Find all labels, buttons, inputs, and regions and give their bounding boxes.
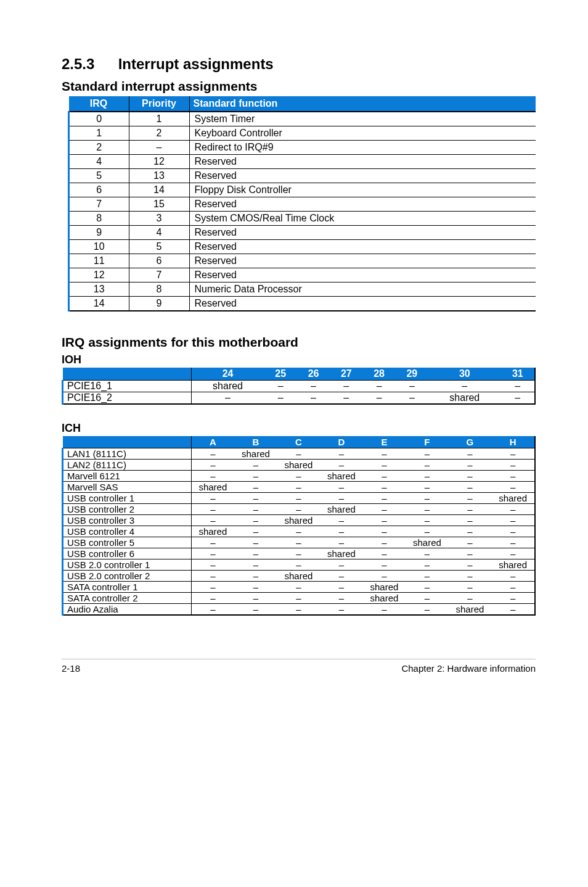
cell-value: –	[277, 604, 321, 616]
cell-priority: 3	[129, 212, 189, 226]
cell-value: –	[491, 504, 535, 515]
cell-function: System Timer	[189, 112, 536, 126]
std-irq-table: IRQ Priority Standard function 01System …	[68, 96, 536, 311]
cell-value: –	[406, 548, 449, 559]
cell-value: –	[320, 593, 363, 604]
cell-value: –	[191, 460, 234, 471]
cell-value: shared	[406, 537, 449, 548]
cell-value: –	[363, 504, 406, 515]
cell-value: –	[191, 448, 234, 460]
cell-priority: 8	[129, 283, 189, 297]
cell-value: –	[363, 571, 406, 582]
cell-value: –	[406, 471, 449, 482]
device-header	[63, 436, 192, 448]
cell-irq: 0	[69, 112, 129, 126]
cell-irq: 8	[69, 212, 129, 226]
cell-priority: 1	[129, 112, 189, 126]
table-row: USB controller 1–––––––shared	[63, 493, 536, 504]
cell-value: –	[191, 504, 234, 515]
cell-irq: 12	[69, 268, 129, 283]
cell-value: –	[449, 593, 492, 604]
cell-function: Reserved	[189, 268, 536, 283]
table-row: 412Reserved	[69, 155, 536, 169]
cell-priority: 13	[129, 169, 189, 183]
table-row: USB 2.0 controller 1–––––––shared	[63, 559, 536, 571]
cell-value: –	[363, 548, 406, 559]
cell-device: USB controller 5	[63, 537, 192, 548]
cell-value: –	[501, 381, 535, 392]
cell-value: –	[234, 526, 277, 537]
cell-value: shared	[191, 482, 234, 493]
cell-device: USB controller 1	[63, 493, 192, 504]
cell-device: USB controller 4	[63, 526, 192, 537]
cell-value: –	[191, 515, 234, 526]
cell-value: shared	[320, 504, 363, 515]
cell-irq: 13	[69, 283, 129, 297]
cell-value: –	[277, 471, 321, 482]
cell-value: –	[191, 559, 234, 571]
cell-value: –	[320, 559, 363, 571]
cell-value: shared	[449, 604, 492, 616]
cell-value: –	[277, 559, 321, 571]
cell-value: shared	[363, 582, 406, 593]
cell-value: –	[330, 392, 362, 405]
cell-value: –	[491, 537, 535, 548]
cell-value: –	[406, 526, 449, 537]
cell-priority: 2	[129, 126, 189, 141]
device-header	[63, 368, 192, 381]
cell-value: –	[277, 582, 321, 593]
cell-irq: 2	[69, 141, 129, 155]
cell-value: –	[449, 537, 492, 548]
cell-value: –	[449, 515, 492, 526]
table-row: LAN1 (8111C)–shared––––––	[63, 448, 536, 460]
table-row: 149Reserved	[69, 297, 536, 311]
cell-function: Reserved	[189, 197, 536, 212]
column-header: 25	[264, 368, 297, 381]
cell-device: USB controller 2	[63, 504, 192, 515]
cell-value: –	[297, 381, 330, 392]
cell-value: –	[277, 493, 321, 504]
cell-function: Numeric Data Processor	[189, 283, 536, 297]
cell-value: –	[191, 593, 234, 604]
cell-value: –	[449, 448, 492, 460]
cell-value: –	[234, 593, 277, 604]
cell-irq: 14	[69, 297, 129, 311]
footer-chapter: Chapter 2: Hardware information	[401, 663, 536, 674]
cell-value: –	[264, 381, 297, 392]
table-row: PCIE16_2––––––shared–	[63, 392, 536, 405]
cell-value: –	[330, 381, 362, 392]
std-irq-header-func: Standard function	[189, 96, 536, 112]
cell-value: –	[363, 537, 406, 548]
std-irq-header-priority: Priority	[129, 96, 189, 112]
cell-value: –	[320, 582, 363, 593]
cell-priority: 5	[129, 240, 189, 254]
cell-value: –	[491, 448, 535, 460]
cell-irq: 11	[69, 254, 129, 268]
cell-function: System CMOS/Real Time Clock	[189, 212, 536, 226]
cell-value: –	[491, 515, 535, 526]
cell-value: –	[191, 493, 234, 504]
cell-value: shared	[363, 593, 406, 604]
cell-irq: 7	[69, 197, 129, 212]
cell-value: –	[491, 571, 535, 582]
cell-value: –	[449, 526, 492, 537]
table-row: 138Numeric Data Processor	[69, 283, 536, 297]
cell-function: Reserved	[189, 240, 536, 254]
column-header: D	[320, 436, 363, 448]
cell-value: –	[449, 460, 492, 471]
cell-value: shared	[320, 548, 363, 559]
cell-function: Floppy Disk Controller	[189, 183, 536, 197]
cell-function: Reserved	[189, 169, 536, 183]
cell-value: –	[363, 515, 406, 526]
cell-value: –	[406, 493, 449, 504]
column-header: G	[449, 436, 492, 448]
cell-value: –	[406, 559, 449, 571]
cell-value: –	[406, 460, 449, 471]
cell-value: –	[234, 571, 277, 582]
cell-value: –	[491, 548, 535, 559]
cell-value: –	[449, 571, 492, 582]
table-row: USB controller 6–––shared––––	[63, 548, 536, 559]
table-row: Audio Azalia––––––shared–	[63, 604, 536, 616]
cell-value: –	[406, 482, 449, 493]
cell-value: –	[406, 515, 449, 526]
